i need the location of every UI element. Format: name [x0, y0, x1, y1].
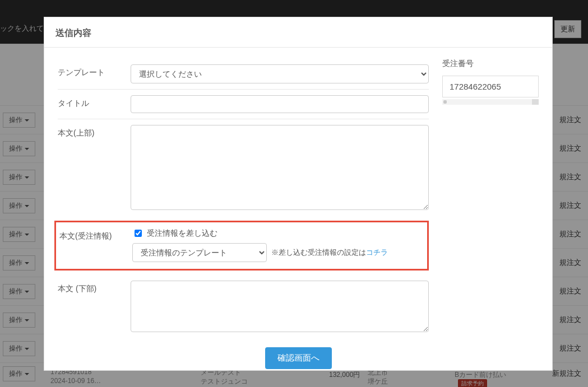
form-column: テンプレート 選択してください タイトル 本文(上部)	[44, 59, 437, 339]
row-title: タイトル	[58, 90, 429, 119]
row-body-lower: 本文 (下部)	[58, 275, 429, 339]
modal-scroll-area[interactable]: 送信内容 テンプレート 選択してください タイトル	[44, 17, 552, 370]
modal-footer: 確認画面へ	[44, 339, 552, 370]
order-hint: ※差し込む受注情報の設定はコチラ	[271, 248, 388, 258]
insert-order-checkbox-label: 受注情報を差し込む	[147, 229, 217, 239]
order-info-highlight: 本文(受注情報) 受注情報を差し込む 受注情報のテンプレート	[54, 221, 429, 271]
insert-order-checkbox[interactable]	[135, 230, 142, 237]
side-column: 受注番号 17284622065	[437, 59, 552, 105]
order-hint-link[interactable]: コチラ	[366, 248, 388, 257]
modal-title: 送信内容	[44, 17, 552, 48]
row-template: テンプレート 選択してください	[58, 59, 429, 90]
body-lower-textarea[interactable]	[131, 281, 429, 332]
order-template-select[interactable]: 受注情報のテンプレート	[132, 243, 267, 262]
side-title: 受注番号	[442, 59, 539, 69]
row-body-order: 本文(受注情報) 受注情報を差し込む 受注情報のテンプレート	[56, 228, 422, 262]
row-body-upper: 本文(上部)	[58, 119, 429, 217]
body-upper-textarea[interactable]	[131, 125, 429, 210]
label-body-upper: 本文(上部)	[58, 125, 131, 138]
send-content-modal: 送信内容 テンプレート 選択してください タイトル	[44, 17, 553, 371]
label-title: タイトル	[58, 95, 131, 109]
label-body-lower: 本文 (下部)	[58, 281, 131, 294]
insert-order-checkbox-wrap[interactable]: 受注情報を差し込む	[132, 228, 422, 239]
title-input[interactable]	[131, 95, 429, 113]
template-select[interactable]: 選択してください	[131, 64, 429, 83]
label-template: テンプレート	[58, 64, 131, 78]
confirm-button[interactable]: 確認画面へ	[265, 347, 332, 369]
label-body-order: 本文(受注情報)	[59, 228, 132, 241]
order-number-value: 17284622065	[450, 82, 501, 91]
order-number-box: 17284622065	[442, 76, 539, 97]
side-horiz-scrollbar[interactable]	[442, 99, 539, 105]
